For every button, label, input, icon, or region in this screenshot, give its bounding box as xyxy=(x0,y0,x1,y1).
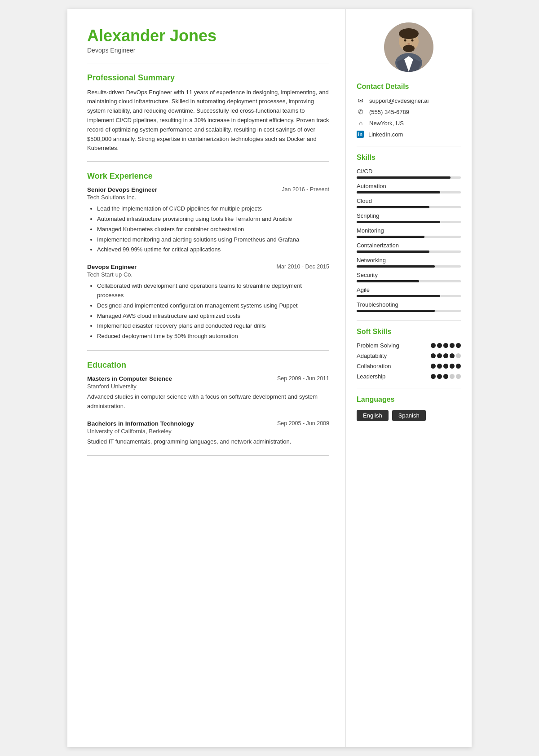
contact-location-value: NewYork, US xyxy=(369,120,404,127)
skill-bar-bg xyxy=(357,176,461,179)
contact-email-value: support@cvdesigner.ai xyxy=(369,97,429,104)
bullet-item: Collaborated with development and operat… xyxy=(97,281,329,300)
contact-location: ⌂ NewYork, US xyxy=(357,119,461,127)
edu-2-dates: Sep 2005 - Jun 2009 xyxy=(277,420,329,426)
dot xyxy=(450,353,455,358)
bullet-item: Reduced deployment time by 50% through a… xyxy=(97,332,329,341)
candidate-name: Alexander Jones xyxy=(87,27,329,45)
skill-bar-bg xyxy=(357,310,461,312)
skill-bar-fill xyxy=(357,251,429,253)
edu-1-dates: Sep 2009 - Jun 2011 xyxy=(277,375,329,382)
edu-1-institution: Stanford University xyxy=(87,383,329,390)
dot xyxy=(431,374,436,379)
soft-skills-heading: Soft Skills xyxy=(357,328,461,336)
skill-bar-bg xyxy=(357,221,461,223)
bullet-item: Managed AWS cloud infrastructure and opt… xyxy=(97,312,329,321)
job-1-title: Senior Devops Engineer xyxy=(87,186,157,193)
left-column: Alexander Jones Devops Engineer Professi… xyxy=(67,9,346,747)
skill-name: Security xyxy=(357,272,461,278)
bullet-item: Automated infrastructure provisioning us… xyxy=(97,215,329,224)
skill-item: Cloud xyxy=(357,198,461,208)
soft-skill-name: Leadership xyxy=(357,373,385,380)
candidate-title: Devops Engineer xyxy=(87,47,329,54)
edu-2: Bachelors in Information Technology Sep … xyxy=(87,420,329,447)
edu-1: Masters in Computer Science Sep 2009 - J… xyxy=(87,375,329,411)
skill-bar-bg xyxy=(357,295,461,297)
skill-bar-bg xyxy=(357,191,461,193)
edu-1-desc: Advanced studies in computer science wit… xyxy=(87,392,329,411)
skill-name: Cloud xyxy=(357,198,461,204)
edu-2-desc: Studied IT fundamentals, programming lan… xyxy=(87,437,329,447)
skill-name: Monitoring xyxy=(357,227,461,234)
job-1-company: Tech Solutions Inc. xyxy=(87,194,329,201)
divider-edu xyxy=(87,350,329,351)
dot xyxy=(431,364,436,369)
soft-skill-name: Problem Solving xyxy=(357,342,399,349)
dot xyxy=(456,364,461,369)
dot xyxy=(450,374,455,379)
language-tag: English xyxy=(357,410,389,421)
job-2-dates: Mar 2010 - Dec 2015 xyxy=(277,264,329,270)
skill-name: Scripting xyxy=(357,212,461,219)
svg-point-5 xyxy=(404,40,406,42)
dot xyxy=(443,343,448,348)
contact-email: ✉ support@cvdesigner.ai xyxy=(357,97,461,104)
dot xyxy=(443,353,448,358)
job-2-bullets: Collaborated with development and operat… xyxy=(87,281,329,341)
education-heading: Education xyxy=(87,360,329,370)
contact-phone-value: (555) 345-6789 xyxy=(369,109,409,115)
skill-name: Agile xyxy=(357,286,461,293)
bullet-item: Implemented monitoring and alerting solu… xyxy=(97,235,329,245)
skill-bar-bg xyxy=(357,206,461,208)
skill-name: CI/CD xyxy=(357,168,461,175)
dots xyxy=(431,343,461,348)
summary-heading: Professional Summary xyxy=(87,73,329,83)
dot xyxy=(437,364,442,369)
right-divider-soft xyxy=(357,320,461,321)
dot xyxy=(431,343,436,348)
right-divider-lang xyxy=(357,388,461,388)
skill-item: Containerization xyxy=(357,242,461,253)
job-2-header: Devops Engineer Mar 2010 - Dec 2015 xyxy=(87,264,329,270)
skill-bar-fill xyxy=(357,221,440,223)
edu-1-degree: Masters in Computer Science xyxy=(87,375,172,382)
skill-item: Automation xyxy=(357,183,461,193)
bullet-item: Lead the implementation of CI/CD pipelin… xyxy=(97,204,329,214)
skill-bar-bg xyxy=(357,280,461,282)
contact-linkedin-value: LinkedIn.com xyxy=(368,131,403,138)
contact-list: ✉ support@cvdesigner.ai ✆ (555) 345-6789… xyxy=(357,97,461,138)
work-heading: Work Experience xyxy=(87,171,329,181)
right-divider-skills xyxy=(357,146,461,146)
svg-point-4 xyxy=(403,45,415,52)
job-2-company: Tech Start-up Co. xyxy=(87,271,329,278)
skill-bar-fill xyxy=(357,176,451,179)
skill-bar-fill xyxy=(357,206,429,208)
dot xyxy=(456,374,461,379)
skill-bar-fill xyxy=(357,265,435,268)
avatar-wrap xyxy=(357,22,461,72)
education-section: Education Masters in Computer Science Se… xyxy=(87,360,329,446)
soft-skill-item: Adaptability xyxy=(357,352,461,359)
skill-bar-fill xyxy=(357,310,435,312)
name-block: Alexander Jones Devops Engineer xyxy=(87,27,329,54)
divider-bottom xyxy=(87,455,329,456)
skill-item: Monitoring xyxy=(357,227,461,238)
soft-skills-list: Problem Solving Adaptability Collaborati… xyxy=(357,342,461,380)
skill-bar-bg xyxy=(357,236,461,238)
divider-work xyxy=(87,161,329,162)
divider-top xyxy=(87,63,329,63)
skill-name: Networking xyxy=(357,257,461,264)
dot xyxy=(437,343,442,348)
svg-point-7 xyxy=(407,43,410,45)
edu-2-header: Bachelors in Information Technology Sep … xyxy=(87,420,329,427)
skill-item: Networking xyxy=(357,257,461,268)
soft-skill-item: Leadership xyxy=(357,373,461,380)
edu-1-header: Masters in Computer Science Sep 2009 - J… xyxy=(87,375,329,382)
svg-point-6 xyxy=(411,40,414,42)
skills-heading: Skills xyxy=(357,154,461,162)
location-icon: ⌂ xyxy=(357,119,365,127)
skill-bar-fill xyxy=(357,280,419,282)
skill-item: Agile xyxy=(357,286,461,297)
phone-icon: ✆ xyxy=(357,108,365,115)
edu-2-degree: Bachelors in Information Technology xyxy=(87,420,194,427)
